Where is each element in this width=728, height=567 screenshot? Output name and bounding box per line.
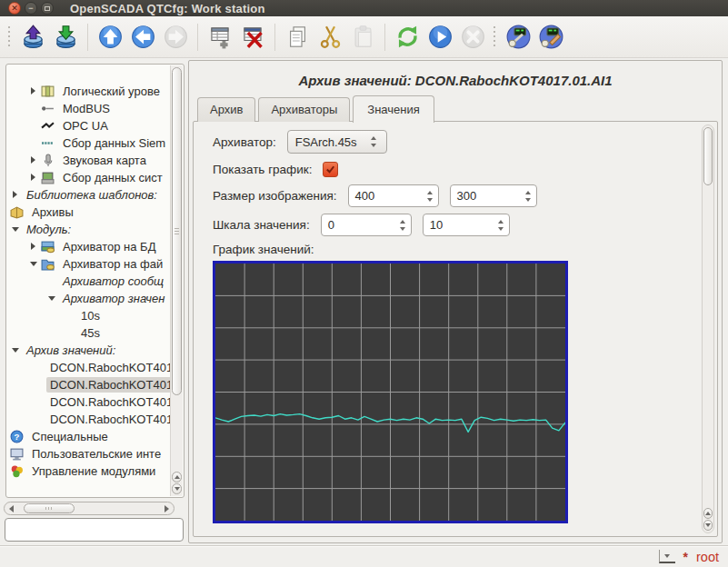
toolbar-separator: [197, 24, 198, 51]
spin-arrows-icon[interactable]: [396, 220, 411, 231]
spin-arrows-icon[interactable]: [494, 220, 509, 231]
tree-item-label: DCON.RabochKOT401: [46, 360, 170, 375]
cut-button[interactable]: [314, 21, 345, 54]
tree-item[interactable]: Сбор данных сист: [6, 169, 170, 186]
tree-item[interactable]: OPC UA: [6, 117, 170, 134]
tree-item[interactable]: 45s: [6, 324, 170, 342]
start-button[interactable]: [424, 21, 455, 54]
status-dropdown-button[interactable]: [659, 550, 675, 563]
copy-button[interactable]: [282, 21, 313, 54]
tree-item[interactable]: ?Специальные: [6, 428, 170, 445]
content-vertical-scrollbar[interactable]: [702, 124, 714, 533]
tree-item[interactable]: DCON.RabochKOT401: [6, 359, 170, 376]
tree-item[interactable]: 10s: [6, 307, 170, 324]
scroll-right-icon[interactable]: [165, 505, 169, 512]
tree-item[interactable]: Модуль:: [6, 221, 170, 238]
tree-item[interactable]: DCON.RabochKOT401: [6, 393, 170, 411]
expand-right-icon[interactable]: [28, 169, 41, 186]
tree-item-label: ModBUS: [59, 101, 114, 116]
tools2-icon: [539, 25, 563, 49]
tree-item[interactable]: Библиотека шаблонов:: [6, 186, 170, 204]
collapse-down-icon[interactable]: [46, 290, 59, 307]
start-icon: [428, 25, 453, 49]
refresh-button[interactable]: [392, 21, 423, 54]
tab-Архиваторы[interactable]: Архиваторы: [258, 97, 350, 122]
scrollbar-thumb[interactable]: [172, 67, 182, 395]
expand-right-icon[interactable]: [28, 83, 41, 100]
collapse-down-icon[interactable]: [10, 221, 23, 238]
tree-horizontal-scrollbar[interactable]: [4, 502, 175, 515]
image-size-label: Размер изображения:: [213, 189, 337, 203]
scroll-left-icon[interactable]: [9, 505, 14, 512]
tree-item[interactable]: ModBUS: [6, 100, 170, 117]
scale-min-spinbox[interactable]: 0: [321, 214, 412, 236]
scroll-up-button[interactable]: [172, 472, 182, 482]
tools-button[interactable]: [503, 21, 534, 54]
tree-item[interactable]: Логический урове: [6, 83, 170, 100]
delete-item-button[interactable]: [237, 21, 268, 54]
minimize-icon: −: [28, 5, 33, 13]
scale-max-spinbox[interactable]: 10: [423, 214, 510, 236]
tree-item[interactable]: Архивы: [6, 204, 170, 221]
maximize-button[interactable]: [41, 2, 54, 15]
system-data-icon: [41, 171, 55, 184]
back-button[interactable]: [127, 21, 158, 54]
expand-right-icon[interactable]: [28, 238, 41, 255]
delete-item-icon: [241, 25, 265, 49]
check-icon: [324, 164, 336, 175]
statusbar-right: * root: [659, 546, 719, 567]
forward-icon: [164, 25, 188, 49]
tree-item[interactable]: Пользовательские инте: [6, 445, 170, 463]
tools-edit-button[interactable]: [535, 21, 566, 54]
tree-vertical-scrollbar[interactable]: [170, 65, 183, 496]
minimize-button[interactable]: −: [25, 2, 37, 15]
tree-item[interactable]: Архив значений:: [6, 342, 170, 359]
tree-item[interactable]: Звуковая карта: [6, 152, 170, 169]
tree-item[interactable]: DCON.RabochKOT401: [6, 411, 170, 428]
up-button[interactable]: [95, 21, 125, 54]
tree-item[interactable]: Архиватор значен: [6, 290, 170, 307]
archiver-row: Архиватор: FSArch.45s: [213, 130, 717, 154]
toolbar-grip[interactable]: [6, 26, 14, 48]
scroll-up-button[interactable]: [703, 508, 713, 519]
image-width-value: 400: [355, 189, 375, 203]
collapse-down-icon[interactable]: [28, 255, 41, 273]
toolbar-grip[interactable]: [492, 26, 499, 48]
tree-item[interactable]: Управление модулями: [6, 463, 170, 480]
tree-item[interactable]: Архиватор на БД: [6, 238, 170, 255]
tab-Значения[interactable]: Значения: [353, 95, 434, 123]
spin-arrows-icon[interactable]: [522, 191, 536, 202]
expand-right-icon[interactable]: [10, 186, 23, 204]
tree-search-input[interactable]: [5, 518, 184, 542]
show-graph-checkbox[interactable]: [323, 162, 338, 177]
image-height-spinbox[interactable]: 300: [450, 184, 537, 207]
tree-item[interactable]: Сбор данных Siem: [6, 134, 170, 152]
current-user: root: [696, 550, 719, 564]
scroll-down-button[interactable]: [172, 483, 182, 494]
file-archiver-icon: [41, 257, 55, 271]
scrollbar-thumb[interactable]: [703, 127, 713, 185]
collapse-down-icon[interactable]: [10, 342, 23, 359]
scrollbar-thumb[interactable]: [24, 503, 75, 513]
spin-arrows-icon[interactable]: [424, 191, 438, 202]
close-button[interactable]: ✕: [8, 2, 21, 15]
tree-item-label: Архивы: [28, 204, 77, 220]
add-item-button[interactable]: [204, 21, 235, 54]
tree-item[interactable]: Архиватор на фай: [6, 255, 170, 273]
tree-item[interactable]: Архиватор сообщ: [6, 273, 170, 290]
save-button[interactable]: [50, 21, 81, 54]
save-icon: [54, 25, 78, 49]
maximize-icon: [45, 6, 50, 11]
tree-item-label: Архив значений:: [23, 343, 119, 358]
expand-right-icon[interactable]: [28, 152, 41, 169]
opcua-icon: [41, 119, 55, 133]
image-width-spinbox[interactable]: 400: [348, 184, 439, 207]
tree-item-label: Архиватор значен: [59, 291, 168, 306]
tree-item[interactable]: DCON.RabochKOT401: [6, 376, 170, 393]
load-button[interactable]: [17, 21, 48, 54]
scroll-down-button[interactable]: [703, 520, 713, 531]
tree-item-label: Сбор данных сист: [59, 170, 166, 185]
arrow-down-icon: [175, 487, 180, 491]
tab-Архив[interactable]: Архив: [197, 97, 255, 122]
archiver-combobox[interactable]: FSArch.45s: [287, 130, 387, 154]
